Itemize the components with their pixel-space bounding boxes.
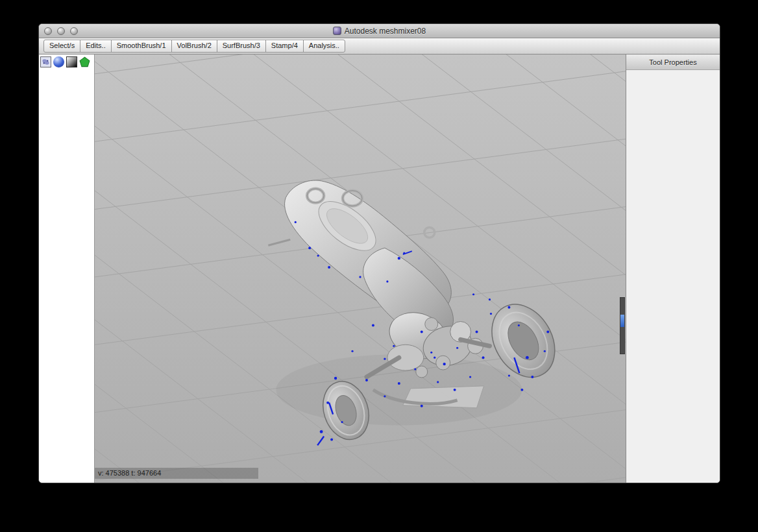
object-browser-panel [39,54,95,483]
main-toolbar: Select/s Edits.. SmoothBrush/1 VolBrush/… [39,38,720,54]
content-area: v: 475388 t: 947664 Tool Properties [39,54,720,483]
tool-properties-panel: Tool Properties [626,54,720,483]
matcap-material-icon[interactable] [66,56,77,67]
3d-viewport[interactable]: v: 475388 t: 947664 [95,54,626,483]
toolbar-button-smoothbrush[interactable]: SmoothBrush/1 [111,40,172,53]
tool-properties-title: Tool Properties [649,58,696,66]
window-title: Autodesk meshmixer08 [345,27,426,36]
mesh-thumbnail-graphic [41,57,51,67]
viewport-scene [95,54,626,483]
toolbar-button-analysis[interactable]: Analysis.. [303,40,345,53]
pentagon-material-icon[interactable] [79,56,90,67]
sphere-material-icon[interactable] [53,56,64,67]
pentagon-graphic [79,56,90,67]
zoom-button[interactable] [70,27,78,35]
toolbar-button-volbrush[interactable]: VolBrush/2 [171,40,217,53]
window-controls [39,27,78,35]
vertex-triangle-count: v: 475388 t: 947664 [98,469,161,477]
app-icon [333,27,341,35]
toolbar-button-select[interactable]: Select/s [43,40,80,53]
desktop: { "window": { "title": "Autodesk meshmix… [0,0,758,532]
title-bar[interactable]: Autodesk meshmixer08 [39,24,720,38]
app-window: Autodesk meshmixer08 Select/s Edits.. Sm… [38,23,720,483]
title-area: Autodesk meshmixer08 [39,24,720,38]
tool-properties-body [626,70,720,483]
close-button[interactable] [44,27,52,35]
object-icon-row [39,54,94,69]
status-bar: v: 475388 t: 947664 [95,468,258,479]
toolbar-button-surfbrush[interactable]: SurfBrush/3 [217,40,266,53]
minimize-button[interactable] [57,27,65,35]
mesh-object-thumbnail-icon[interactable] [40,56,51,67]
tool-properties-header: Tool Properties [626,54,720,70]
toolbar-button-edits[interactable]: Edits.. [80,40,112,53]
toolbar-button-stamp[interactable]: Stamp/4 [265,40,304,53]
scrollbar-thumb[interactable] [620,315,624,327]
viewport-scrollbar[interactable] [620,297,625,354]
